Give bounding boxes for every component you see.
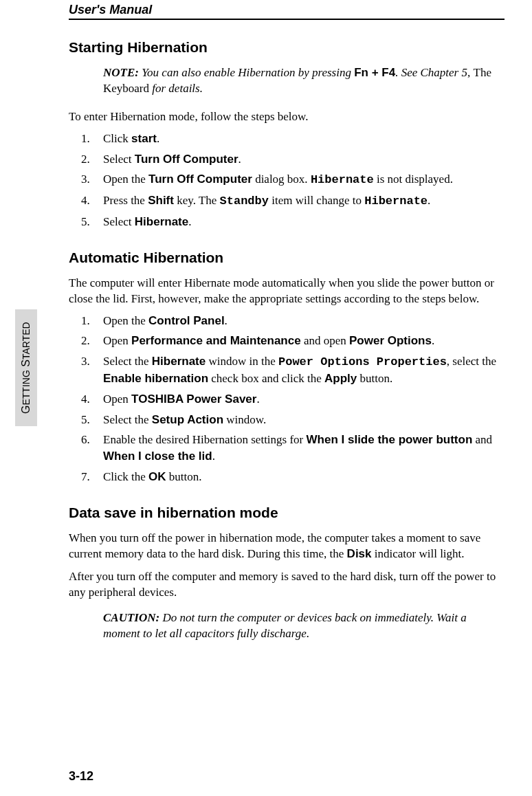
heading-starting-hibernation: Starting Hibernation bbox=[69, 39, 505, 56]
ui-turn-off-dialog: Turn Off Computer bbox=[148, 173, 252, 186]
page-content: User's Manual Starting Hibernation NOTE:… bbox=[0, 0, 532, 641]
note-text-b: . See Chapter 5, bbox=[395, 66, 473, 79]
step-item: Select Hibernate. bbox=[69, 214, 505, 230]
page-number: 3-12 bbox=[69, 769, 93, 784]
note-block: NOTE: You can also enable Hibernation by… bbox=[103, 65, 505, 97]
steps-list-1: Click start. Select Turn Off Computer. O… bbox=[69, 131, 505, 230]
ui-hibernate: Hibernate bbox=[135, 215, 188, 228]
data-save-p2: After you turn off the computer and memo… bbox=[69, 569, 505, 601]
mono-power-options-props: Power Options Properties bbox=[278, 355, 447, 368]
ui-enable-hibernation: Enable hibernation bbox=[103, 372, 208, 385]
running-header: User's Manual bbox=[69, 0, 505, 20]
mono-hibernate: Hibernate bbox=[311, 173, 374, 186]
step-item: Open TOSHIBA Power Saver. bbox=[69, 391, 505, 408]
heading-data-save: Data save in hibernation mode bbox=[69, 505, 505, 521]
step-item: Open the Turn Off Computer dialog box. H… bbox=[69, 171, 505, 188]
step-item: Open the Control Panel. bbox=[69, 313, 505, 329]
step-item: Select the Setup Action window. bbox=[69, 412, 505, 428]
ui-ok: OK bbox=[148, 470, 166, 483]
ui-close-lid: When I close the lid bbox=[103, 450, 212, 463]
step-item: Open Performance and Maintenance and ope… bbox=[69, 333, 505, 349]
auto-intro: The computer will enter Hibernate mode a… bbox=[69, 276, 505, 307]
intro-text: To enter Hibernation mode, follow the st… bbox=[69, 109, 505, 125]
ui-setup-action: Setup Action bbox=[152, 413, 223, 426]
steps-list-2: Open the Control Panel. Open Performance… bbox=[69, 313, 505, 485]
step-item: Enable the desired Hibernation settings … bbox=[69, 432, 505, 465]
step-item: Click the OK button. bbox=[69, 469, 505, 485]
ui-start: start bbox=[131, 132, 157, 145]
ui-perf-maint: Performance and Maintenance bbox=[131, 334, 301, 347]
note-text-a: You can also enable Hibernation by press… bbox=[139, 66, 354, 79]
note-label: NOTE: bbox=[103, 66, 139, 79]
ui-power-options: Power Options bbox=[349, 334, 432, 347]
step-item: Press the Shift key. The Standby item wi… bbox=[69, 192, 505, 210]
ui-hibernate-window: Hibernate bbox=[152, 355, 206, 368]
caution-block: CAUTION: Do not turn the computer or dev… bbox=[103, 610, 505, 642]
mono-hibernate-2: Hibernate bbox=[364, 195, 428, 208]
mono-standby: Standby bbox=[220, 195, 269, 208]
caution-label: CAUTION: bbox=[103, 611, 159, 624]
ui-apply: Apply bbox=[324, 372, 357, 385]
ui-toshiba-power-saver: TOSHIBA Power Saver bbox=[131, 393, 256, 406]
step-item: Select the Hibernate window in the Power… bbox=[69, 353, 505, 387]
ui-control-panel: Control Panel bbox=[148, 314, 225, 327]
step-item: Click start. bbox=[69, 131, 505, 147]
key-combo: Fn + F4 bbox=[354, 66, 395, 79]
step-item: Select Turn Off Computer. bbox=[69, 151, 505, 168]
key-shift: Shift bbox=[148, 194, 174, 207]
ui-turn-off: Turn Off Computer bbox=[135, 153, 239, 166]
ui-slide-power: When I slide the power button bbox=[307, 433, 473, 446]
data-save-p1: When you turn off the power in hibernati… bbox=[69, 531, 505, 562]
ui-disk: Disk bbox=[347, 547, 372, 560]
heading-automatic-hibernation: Automatic Hibernation bbox=[69, 250, 505, 266]
note-text-c: for details. bbox=[149, 82, 203, 95]
